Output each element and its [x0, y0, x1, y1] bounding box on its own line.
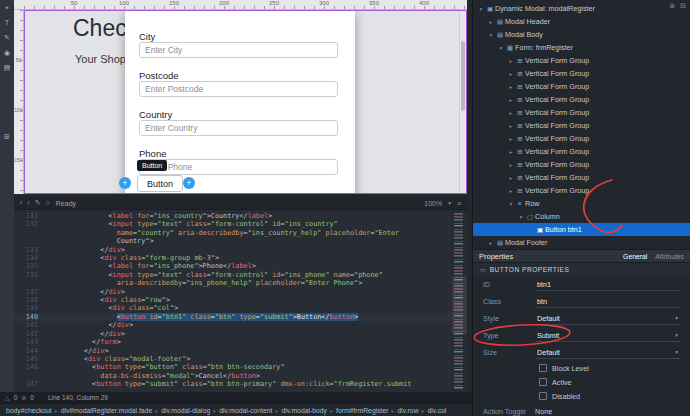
- tab-attributes[interactable]: Attributes: [655, 253, 684, 260]
- expander-icon[interactable]: ▾: [497, 45, 505, 51]
- breadcrumb-item[interactable]: form#frmRegister: [336, 407, 389, 414]
- action-toggle-value[interactable]: None: [535, 407, 552, 416]
- tree-node[interactable]: ▸▤Modal Header: [473, 15, 690, 28]
- code-line[interactable]: 143 </form>: [14, 338, 452, 346]
- expander-icon[interactable]: ▸: [507, 188, 515, 194]
- code-line[interactable]: 142 </div>: [14, 330, 452, 338]
- expander-icon[interactable]: ▾: [517, 214, 525, 220]
- breadcrumb-item[interactable]: div.row: [398, 407, 419, 414]
- tree-node[interactable]: ▾≡Row: [473, 197, 690, 210]
- breadcrumb-item[interactable]: div.modal-content: [219, 407, 272, 414]
- list-view-icon[interactable]: ≣: [669, 2, 675, 10]
- style-select[interactable]: Default▾: [535, 312, 680, 325]
- code-line[interactable]: 133 </div>: [14, 246, 452, 254]
- style-tool-icon[interactable]: ✎: [4, 34, 10, 41]
- code-line[interactable]: 135 <label for="ins_phone">Phone</label>: [14, 262, 452, 270]
- form-field-input[interactable]: [139, 120, 338, 136]
- disabled-row[interactable]: Disabled: [473, 389, 690, 403]
- expander-icon[interactable]: ▸: [507, 149, 515, 155]
- tree-node[interactable]: ▾▢Column: [473, 210, 690, 223]
- design-scrollbar[interactable]: [459, 11, 466, 193]
- edit-icon[interactable]: ✎: [35, 199, 41, 207]
- size-select[interactable]: Default▾: [535, 346, 680, 359]
- code-line[interactable]: 131 <label for="ins_country">Country</la…: [14, 212, 452, 220]
- id-input[interactable]: btn1: [535, 278, 680, 291]
- code-line[interactable]: 147 <button type="submit" class="btn btn…: [14, 380, 452, 388]
- code-line[interactable]: 137 </div>: [14, 288, 452, 296]
- design-button[interactable]: Button: [137, 175, 183, 192]
- form-field-input[interactable]: [139, 159, 338, 175]
- tab-general[interactable]: General: [623, 253, 647, 260]
- breadcrumb-item[interactable]: div.modal-dialog: [161, 407, 210, 414]
- tree-node[interactable]: ▾▣Dynamic Modal: modalRegister: [473, 2, 690, 15]
- nav-forward-icon[interactable]: ›: [27, 199, 29, 207]
- chevron-down-icon[interactable]: ▾: [448, 200, 451, 206]
- chevron-down-icon[interactable]: ▾: [675, 332, 678, 338]
- expander-icon[interactable]: ▸: [507, 123, 515, 129]
- breadcrumb-item[interactable]: div#modalRegister.modal.fade: [61, 407, 152, 414]
- tree-node[interactable]: ▸⊞Vertical Form Group: [473, 93, 690, 106]
- tree-node[interactable]: ▾▤Modal Body: [473, 28, 690, 41]
- form-field-input[interactable]: [139, 81, 338, 97]
- zoom-level[interactable]: 100%: [424, 200, 442, 207]
- code-line[interactable]: 138 <div class="row">: [14, 296, 452, 304]
- design-modal[interactable]: CityPostcodeCountryPhone Button Button +…: [125, 10, 355, 194]
- code-line[interactable]: 141 </div>: [14, 321, 452, 329]
- reload-icon[interactable]: ○: [46, 199, 50, 207]
- expander-icon[interactable]: ▸: [507, 71, 515, 77]
- tree-node[interactable]: ▸⊞Vertical Form Group: [473, 145, 690, 158]
- breadcrumb-item[interactable]: div.col: [428, 407, 447, 414]
- code-line[interactable]: 146 <button type="button" class="btn btn…: [14, 363, 452, 371]
- block-level-checkbox[interactable]: [539, 364, 547, 372]
- active-checkbox[interactable]: [539, 378, 547, 386]
- breadcrumb-item[interactable]: div.modal-body: [281, 407, 327, 414]
- tree-node[interactable]: ▸⊞Vertical Form Group: [473, 80, 690, 93]
- form-field-input[interactable]: [139, 42, 338, 58]
- expander-icon[interactable]: ▸: [507, 58, 515, 64]
- code-line[interactable]: data-bs-dismiss="modal">Cancel</button>: [14, 372, 452, 380]
- tree-node[interactable]: ▸⊞Vertical Form Group: [473, 119, 690, 132]
- design-canvas[interactable]: Check Your Shopp CityPostcodeCountryPhon…: [24, 10, 467, 194]
- expander-icon[interactable]: ▸: [507, 97, 515, 103]
- code-line[interactable]: 145 <div class="modal-footer">: [14, 355, 452, 363]
- code-line[interactable]: 139 <div class="col">: [14, 304, 452, 312]
- tree-node[interactable]: ▸⊞Vertical Form Group: [473, 132, 690, 145]
- code-line[interactable]: 140 <button id="btn1" class="btn" type="…: [14, 313, 452, 321]
- insert-after-icon[interactable]: +: [183, 177, 195, 189]
- expander-icon[interactable]: ▸: [507, 175, 515, 181]
- text-tool-icon[interactable]: T: [5, 19, 9, 26]
- action-toggle-row[interactable]: Action Toggle None: [473, 403, 690, 416]
- expander-icon[interactable]: ▸: [487, 19, 495, 25]
- code-line[interactable]: name="country" aria-describedby="ins_cou…: [14, 229, 452, 237]
- expander-icon[interactable]: ▸: [507, 84, 515, 90]
- type-select[interactable]: Submit▾: [535, 329, 680, 342]
- chevron-down-icon[interactable]: ▾: [675, 349, 678, 355]
- code-line[interactable]: 134 <div class="form-group mb-3">: [14, 254, 452, 262]
- minimap-viewport[interactable]: [452, 276, 467, 334]
- expander-icon[interactable]: ▾: [487, 32, 495, 38]
- nav-back-icon[interactable]: ‹: [20, 199, 22, 207]
- disabled-checkbox[interactable]: [539, 392, 547, 400]
- preview-tool-icon[interactable]: ◉: [4, 49, 10, 56]
- layers-tool-icon[interactable]: ▤: [4, 64, 11, 71]
- expander-icon[interactable]: ▸: [507, 162, 515, 168]
- tree-node[interactable]: ▣Button btn1: [473, 223, 690, 236]
- minimap[interactable]: [452, 210, 467, 392]
- code-line[interactable]: 132 <input type="text" class="form-contr…: [14, 220, 452, 228]
- pointer-tool-icon[interactable]: ⌖: [5, 4, 9, 11]
- apps-grid-icon[interactable]: ⊞: [4, 133, 10, 140]
- active-row[interactable]: Active: [473, 375, 690, 389]
- tree-node[interactable]: ▸⊞Vertical Form Group: [473, 106, 690, 119]
- code-area[interactable]: 131 <label for="ins_country">Country</la…: [14, 210, 452, 392]
- chevron-down-icon[interactable]: ▾: [675, 315, 678, 321]
- collapse-all-icon[interactable]: ⊟: [680, 2, 686, 10]
- expander-icon[interactable]: ▸: [507, 110, 515, 116]
- tree-node[interactable]: ▸⊞Vertical Form Group: [473, 158, 690, 171]
- expander-icon[interactable]: ▾: [507, 201, 515, 207]
- code-line[interactable]: aria-describedby="ins_phone_help" placeh…: [14, 279, 452, 287]
- breadcrumb-item[interactable]: body#checkout: [6, 407, 52, 414]
- editor-menu-icon[interactable]: ≡: [457, 200, 461, 207]
- tree-node[interactable]: ▸⊞Vertical Form Group: [473, 171, 690, 184]
- expander-icon[interactable]: ▸: [487, 240, 495, 246]
- insert-before-icon[interactable]: +: [119, 177, 131, 189]
